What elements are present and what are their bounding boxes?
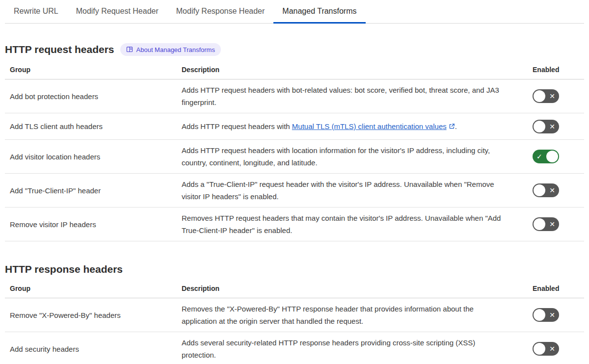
enabled-cell: ✕ [530, 304, 584, 326]
toggle-add-security-headers[interactable]: ✕ [533, 342, 559, 356]
group-name: Add security headers [5, 338, 177, 360]
toggle-knob [546, 151, 558, 162]
mutual-tls-mtls-client-authentication-values-link[interactable]: Mutual TLS (mTLS) client authentication … [292, 122, 447, 130]
toggle-remove-visitor-ip-headers[interactable]: ✕ [533, 217, 559, 231]
request-headers-section-header: HTTP request headers About Managed Trans… [5, 43, 584, 56]
toggle-knob [534, 184, 545, 196]
external-link-icon[interactable] [449, 121, 455, 133]
group-name: Remove "X-Powered-By" headers [5, 305, 177, 326]
toggle-remove-x-powered-by-headers[interactable]: ✕ [533, 308, 559, 322]
x-icon: ✕ [549, 123, 555, 130]
table-row: Add TLS client auth headersAdds HTTP req… [5, 113, 584, 140]
table-row: Remove "X-Powered-By" headersRemoves the… [5, 298, 584, 332]
toggle-knob [534, 90, 545, 102]
description: Removes HTTP request headers that may co… [177, 208, 530, 241]
toggle-add-visitor-location-headers[interactable]: ✓ [533, 150, 559, 163]
column-header-description: Description [177, 65, 530, 79]
toggle-add-tls-client-auth-headers[interactable]: ✕ [533, 120, 559, 133]
table-row: Remove visitor IP headersRemoves HTTP re… [5, 208, 584, 241]
table-header-row: GroupDescriptionEnabled [5, 65, 584, 79]
column-header-description: Description [177, 284, 530, 298]
table-row: Add security headersAdds several securit… [5, 332, 584, 364]
enabled-cell: ✓ [530, 145, 584, 168]
table-body: Remove "X-Powered-By" headersRemoves the… [5, 298, 584, 364]
x-icon: ✕ [549, 221, 555, 228]
group-name: Add TLS client auth headers [5, 116, 177, 137]
description: Adds HTTP request headers with location … [177, 140, 530, 173]
response-headers-section-header: HTTP response headers [5, 263, 584, 276]
table-row: Add "True-Client-IP" headerAdds a "True-… [5, 174, 584, 208]
column-header-group: Group [5, 65, 177, 79]
table-header-row: GroupDescriptionEnabled [5, 284, 584, 298]
description: Adds several security-related HTTP respo… [177, 332, 530, 364]
managed-transforms-page: Rewrite URLModify Request HeaderModify R… [0, 0, 589, 364]
x-icon: ✕ [549, 187, 555, 194]
toggle-add-bot-protection-headers[interactable]: ✕ [533, 89, 559, 103]
tab-modify-response-header[interactable]: Modify Response Header [167, 0, 274, 24]
enabled-cell: ✕ [530, 338, 584, 360]
enabled-cell: ✕ [530, 179, 584, 202]
toggle-knob [534, 343, 545, 355]
x-icon: ✕ [549, 345, 555, 352]
enabled-cell: ✕ [530, 115, 584, 138]
book-open-icon [126, 46, 133, 53]
group-name: Add "True-Client-IP" header [5, 180, 177, 201]
toggle-add-true-client-ip-header[interactable]: ✕ [533, 183, 559, 197]
description: Removes the "X-Powered-By" HTTP response… [177, 298, 530, 332]
tab-rewrite-url[interactable]: Rewrite URL [5, 0, 67, 24]
column-header-enabled: Enabled [530, 65, 584, 79]
badge-label: About Managed Transforms [136, 46, 215, 53]
x-icon: ✕ [549, 93, 555, 100]
request-headers-table: GroupDescriptionEnabled Add bot protecti… [5, 65, 584, 241]
tab-bar: Rewrite URLModify Request HeaderModify R… [5, 0, 584, 24]
toggle-knob [534, 309, 545, 321]
table-row: Add visitor location headersAdds HTTP re… [5, 140, 584, 174]
tab-modify-request-header[interactable]: Modify Request Header [67, 0, 167, 24]
table-row: Add bot protection headersAdds HTTP requ… [5, 79, 584, 113]
group-name: Add bot protection headers [5, 86, 177, 107]
description: Adds a "True-Client-IP" request header w… [177, 174, 530, 207]
toggle-knob [534, 121, 545, 132]
about-managed-transforms-badge[interactable]: About Managed Transforms [120, 43, 221, 56]
tab-managed-transforms[interactable]: Managed Transforms [273, 0, 365, 24]
description: Adds HTTP request headers with bot-relat… [177, 79, 530, 113]
toggle-knob [534, 218, 545, 230]
response-headers-table: GroupDescriptionEnabled Remove "X-Powere… [5, 284, 584, 364]
column-header-group: Group [5, 284, 177, 298]
request-headers-title: HTTP request headers [5, 43, 114, 56]
group-name: Add visitor location headers [5, 146, 177, 167]
x-icon: ✕ [549, 312, 555, 318]
enabled-cell: ✕ [530, 85, 584, 107]
description: Adds HTTP request headers with Mutual TL… [177, 116, 530, 137]
check-icon: ✓ [536, 153, 542, 160]
column-header-enabled: Enabled [530, 284, 584, 298]
enabled-cell: ✕ [530, 213, 584, 235]
table-body: Add bot protection headersAdds HTTP requ… [5, 79, 584, 241]
group-name: Remove visitor IP headers [5, 214, 177, 235]
response-headers-title: HTTP response headers [5, 263, 123, 276]
